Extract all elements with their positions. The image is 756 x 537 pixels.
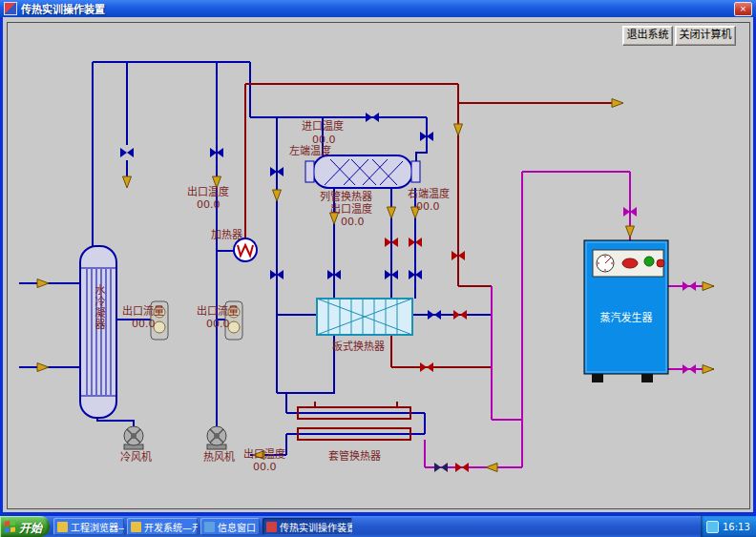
valve[interactable]	[428, 310, 441, 320]
condenser-vessel	[80, 246, 116, 418]
window-icon	[204, 522, 215, 532]
taskbar-item-label: 传热实训操作装置	[280, 520, 352, 534]
right-end-temp-value: 00.0	[416, 201, 440, 213]
windows-flag-icon	[5, 520, 16, 532]
steam-pipes	[425, 172, 714, 467]
taskbar-item-label: 开发系统—开发系统	[144, 520, 198, 534]
valve[interactable]	[434, 463, 448, 472]
taskbar-item-info-window[interactable]: 信息窗口	[200, 518, 260, 535]
left-end-temp-label: 左端温度	[289, 146, 331, 157]
shutdown-button[interactable]: 关闭计算机	[675, 26, 736, 46]
plate-heat-exchanger	[317, 299, 412, 335]
system-tray: 16:13	[701, 516, 756, 537]
hot-flow-label: 出口流量	[197, 306, 239, 318]
tray-icon[interactable]	[706, 521, 719, 533]
tray-clock: 16:13	[723, 522, 750, 532]
app-icon	[4, 2, 17, 15]
green-lamp-icon	[644, 257, 654, 266]
valve[interactable]	[682, 281, 696, 291]
hot-flow-value: 00.0	[206, 319, 230, 330]
condenser-label: 水冷凝器	[93, 284, 104, 330]
right-end-temp-label: 右端温度	[408, 189, 450, 200]
taskbar: 开始 工程浏览器—传... 开发系统—开发系统 信息窗口 传热实训操作装置 16…	[0, 516, 756, 537]
valve[interactable]	[420, 362, 433, 372]
pipe-outlet-temp-label: 出口温度	[243, 449, 285, 461]
cold-fan[interactable]	[124, 426, 143, 449]
tube-outlet-temp-value: 00.0	[341, 217, 365, 228]
taskbar-item-label: 信息窗口	[218, 520, 256, 534]
document-icon	[131, 522, 141, 532]
tube-outlet-temp-label: 出口温度	[330, 204, 372, 216]
title-bar: 传热实训操作装置 ×	[0, 0, 756, 17]
taskbar-item-dev-system[interactable]: 开发系统—开发系统	[127, 518, 198, 535]
air-outlet-temp-label: 出口温度	[187, 187, 229, 198]
heater-label: 加热器	[211, 230, 242, 241]
start-label: 开始	[19, 519, 42, 535]
plate-hx-label: 板式换热器	[332, 341, 385, 353]
hot-fan[interactable]	[207, 426, 226, 449]
valve[interactable]	[453, 310, 467, 320]
condenser-flow-value: 00.0	[132, 319, 156, 330]
valve[interactable]	[366, 113, 379, 122]
steam-generator-label: 蒸汽发生器	[584, 313, 668, 324]
heater[interactable]	[234, 238, 257, 261]
valve[interactable]	[682, 364, 696, 374]
pipe-outlet-temp-value: 00.0	[253, 462, 277, 473]
inlet-temp-label: 进口温度	[302, 121, 344, 133]
air-outlet-temp-value: 00.0	[197, 199, 220, 211]
taskbar-item-heat-transfer-app[interactable]: 传热实训操作装置	[262, 518, 352, 535]
start-button[interactable]: 开始	[0, 516, 50, 537]
red-lamp-icon	[622, 258, 638, 268]
valve[interactable]	[455, 463, 469, 472]
app-icon	[266, 522, 277, 532]
close-icon[interactable]: ×	[734, 2, 752, 16]
exit-system-button[interactable]: 退出系统	[622, 26, 673, 46]
tube-heat-exchanger	[305, 155, 420, 188]
document-icon	[57, 522, 68, 532]
taskbar-item-label: 工程浏览器—传...	[71, 520, 124, 534]
cold-fan-label: 冷风机	[120, 452, 152, 464]
taskbar-item-project-browser[interactable]: 工程浏览器—传...	[53, 518, 124, 535]
hot-fan-label: 热风机	[203, 452, 235, 464]
red-button-icon[interactable]	[657, 259, 664, 267]
tube-hx-label: 列管换热器	[320, 192, 372, 203]
valve[interactable]	[120, 148, 134, 157]
condenser-flow-label: 出口流量	[122, 306, 164, 318]
window-title: 传热实训操作装置	[21, 1, 105, 16]
pipe-hx-label: 套管换热器	[328, 451, 381, 463]
